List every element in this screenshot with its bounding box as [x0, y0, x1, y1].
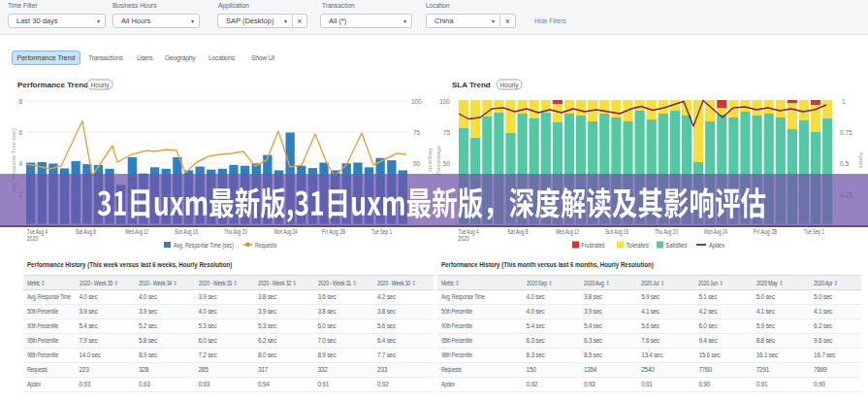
svg-text:75: 75 — [413, 129, 421, 136]
svg-text:Wed Aug 12: Wed Aug 12 — [125, 228, 148, 236]
svg-text:Frustrated: Frustrated — [582, 242, 605, 249]
svg-text:50: 50 — [413, 160, 421, 167]
svg-text:0.5: 0.5 — [840, 160, 849, 167]
svg-text:100: 100 — [411, 98, 422, 105]
svg-text:Apdex: Apdex — [709, 242, 725, 250]
svg-text:Fri Aug 28: Fri Aug 28 — [754, 228, 777, 236]
svg-text:Wed Aug 12: Wed Aug 12 — [556, 228, 579, 236]
svg-text:Hourly: Hourly — [500, 82, 520, 89]
svg-text:Thu Aug 20: Thu Aug 20 — [655, 228, 678, 236]
svg-text:50: 50 — [443, 160, 451, 167]
svg-text:Sun Aug 16: Sun Aug 16 — [605, 228, 628, 236]
svg-text:Tue Sep 1: Tue Sep 1 — [804, 228, 824, 236]
svg-text:Requests: Requests — [428, 149, 434, 172]
svg-text:0.75: 0.75 — [840, 129, 852, 136]
svg-text:Satisfied: Satisfied — [666, 242, 688, 249]
svg-text:SLA Trend: SLA Trend — [452, 81, 491, 89]
svg-text:8: 8 — [18, 98, 22, 105]
svg-text:Hourly: Hourly — [91, 82, 111, 89]
svg-text:Performance Trend: Performance Trend — [17, 81, 88, 89]
svg-text:4: 4 — [18, 160, 22, 167]
svg-text:Tue Sep 1: Tue Sep 1 — [371, 228, 392, 236]
svg-text:Apdex: Apdex — [858, 152, 864, 169]
svg-text:75: 75 — [443, 129, 451, 136]
svg-text:Requests: Requests — [255, 242, 277, 250]
svg-text:Mon Aug 24: Mon Aug 24 — [704, 228, 727, 236]
svg-text:6: 6 — [18, 129, 22, 136]
svg-text:Mon Aug 24: Mon Aug 24 — [274, 228, 298, 236]
svg-text:2020: 2020 — [27, 235, 39, 242]
svg-text:Avg. Response Time (sec): Avg. Response Time (sec) — [174, 242, 234, 250]
svg-text:Fri Aug 28: Fri Aug 28 — [322, 228, 345, 236]
svg-text:100: 100 — [439, 98, 450, 105]
svg-text:Thu Aug 20: Thu Aug 20 — [224, 228, 247, 236]
svg-text:Sun Aug 16: Sun Aug 16 — [175, 228, 198, 236]
svg-text:2020: 2020 — [458, 235, 469, 242]
svg-text:Tolerated: Tolerated — [627, 242, 649, 249]
svg-text:Sat Aug 8: Sat Aug 8 — [76, 228, 96, 236]
svg-text:Sat Aug 8: Sat Aug 8 — [508, 228, 529, 236]
svg-text:1: 1 — [842, 98, 846, 105]
svg-text:Percentage: Percentage — [435, 145, 441, 175]
